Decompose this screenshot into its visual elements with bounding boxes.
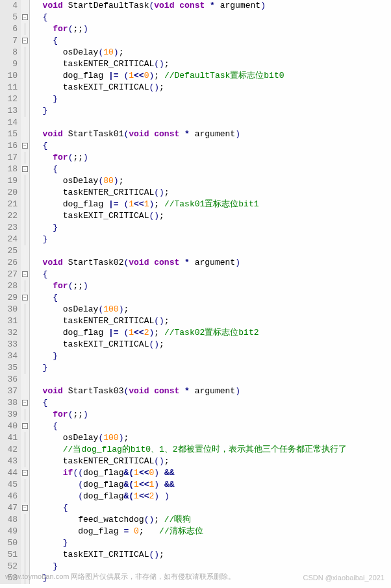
fold-marker xyxy=(21,175,29,187)
line-number: 47 xyxy=(3,502,18,514)
fold-minus-icon[interactable]: − xyxy=(22,295,28,300)
code-line: osDelay(100); xyxy=(32,432,391,444)
line-number: 28 xyxy=(3,280,18,292)
fold-marker xyxy=(21,549,29,561)
token-op: * xyxy=(184,129,195,139)
token-brace: } xyxy=(63,538,68,548)
fold-minus-icon[interactable]: − xyxy=(22,143,28,149)
fold-minus-icon[interactable]: − xyxy=(22,423,28,429)
token-paren: ( xyxy=(78,480,83,489)
code-line: { xyxy=(32,140,391,152)
fold-line-icon xyxy=(25,304,25,315)
fold-line-icon xyxy=(25,339,25,350)
token-ident: dog_flag xyxy=(63,199,108,209)
fold-marker xyxy=(21,187,29,199)
line-number: 22 xyxy=(3,210,18,222)
fold-line-icon xyxy=(25,479,25,491)
token-num: 80 xyxy=(103,176,114,186)
token-paren: ) xyxy=(83,24,88,34)
token-brace: { xyxy=(43,141,48,151)
fold-minus-icon[interactable]: − xyxy=(22,271,28,277)
fold-minus-icon[interactable]: − xyxy=(22,14,28,20)
token-func: taskENTER_CRITICAL xyxy=(63,59,154,69)
token-kw: for xyxy=(53,410,68,419)
token-comment: //当dog_flag的bit0、1、2都被置位时，表示其他三个任务都正常执行了 xyxy=(63,445,347,454)
token-ident: dog_flag xyxy=(63,328,108,337)
code-editor: 4567891011121314151617181920212223242526… xyxy=(0,0,391,584)
code-line: } xyxy=(32,222,391,234)
token-paren: ) xyxy=(83,281,88,291)
fold-marker[interactable]: − xyxy=(21,140,29,152)
fold-marker[interactable]: − xyxy=(21,421,29,432)
fold-marker xyxy=(21,432,29,444)
fold-minus-icon[interactable]: − xyxy=(22,470,28,476)
fold-marker[interactable]: − xyxy=(21,292,29,304)
line-number: 49 xyxy=(3,526,18,537)
line-number: 48 xyxy=(3,514,18,526)
token-op: &( xyxy=(123,480,134,489)
fold-line-icon xyxy=(25,280,25,292)
fold-line-icon xyxy=(25,327,25,339)
line-number: 12 xyxy=(3,93,18,105)
line-number: 38 xyxy=(3,397,18,409)
fold-marker[interactable]: − xyxy=(21,467,29,479)
line-number: 10 xyxy=(3,70,18,82)
line-number: 29 xyxy=(3,292,18,304)
fold-marker xyxy=(21,315,29,327)
token-kw: for xyxy=(53,153,68,162)
token-func: StartTask01 xyxy=(68,129,124,139)
token-paren: ) xyxy=(114,176,119,186)
code-line: taskEXIT_CRITICAL(); xyxy=(32,549,391,561)
fold-line-icon xyxy=(25,210,25,222)
fold-marker xyxy=(21,491,29,502)
fold-marker xyxy=(21,199,29,210)
fold-minus-icon[interactable]: − xyxy=(22,166,28,172)
fold-marker[interactable]: − xyxy=(21,269,29,280)
code-line: dog_flag |= (1<<1); //Task01置标志位bit1 xyxy=(32,199,391,210)
code-line: dog_flag = 0; //清标志位 xyxy=(32,526,391,537)
code-line: } xyxy=(32,561,391,572)
token-num: 1 xyxy=(134,491,139,501)
fold-line-icon xyxy=(25,491,25,502)
fold-minus-icon[interactable]: − xyxy=(22,400,28,406)
fold-marker xyxy=(21,82,29,93)
token-brace: } xyxy=(43,234,48,244)
fold-marker xyxy=(21,537,29,549)
code-line: } xyxy=(32,234,391,245)
line-number: 37 xyxy=(3,386,18,397)
fold-marker[interactable]: − xyxy=(21,35,29,47)
fold-marker xyxy=(21,374,29,386)
fold-marker[interactable]: − xyxy=(21,12,29,23)
code-line: } xyxy=(32,350,391,362)
fold-line-icon xyxy=(25,152,25,164)
code-line: dog_flag |= (1<<0); //DefaultTask置标志位bit… xyxy=(32,70,391,82)
fold-marker[interactable]: − xyxy=(21,164,29,175)
fold-marker xyxy=(21,479,29,491)
code-line: (dog_flag&(1<<2) ) xyxy=(32,491,391,502)
line-number: 45 xyxy=(3,479,18,491)
token-paren: ) ) xyxy=(154,491,169,501)
fold-marker[interactable]: − xyxy=(21,397,29,409)
fold-marker xyxy=(21,245,29,257)
token-op: * xyxy=(210,1,220,10)
line-number: 46 xyxy=(3,491,18,502)
line-number: 5 xyxy=(3,12,18,23)
fold-marker[interactable]: − xyxy=(21,502,29,514)
fold-minus-icon[interactable]: − xyxy=(22,505,28,511)
fold-line-icon xyxy=(25,23,25,35)
token-op: &( xyxy=(123,468,134,478)
fold-marker xyxy=(21,362,29,374)
code-line: { xyxy=(32,292,391,304)
token-func: taskEXIT_CRITICAL xyxy=(63,550,149,559)
token-func: taskENTER_CRITICAL xyxy=(63,456,154,466)
fold-line-icon xyxy=(25,222,25,234)
watermark-text: www.toymoban.com 网络图片仅供展示，非存储，如有侵权请联系删除。 xyxy=(5,572,235,582)
token-punct: ; xyxy=(164,456,170,466)
fold-marker xyxy=(21,117,29,129)
token-num: 1 xyxy=(129,71,134,80)
line-number: 23 xyxy=(3,222,18,234)
fold-line-icon xyxy=(25,526,25,537)
fold-line-icon xyxy=(25,456,25,467)
fold-minus-icon[interactable]: − xyxy=(22,38,28,43)
token-ident: argument xyxy=(195,386,235,396)
